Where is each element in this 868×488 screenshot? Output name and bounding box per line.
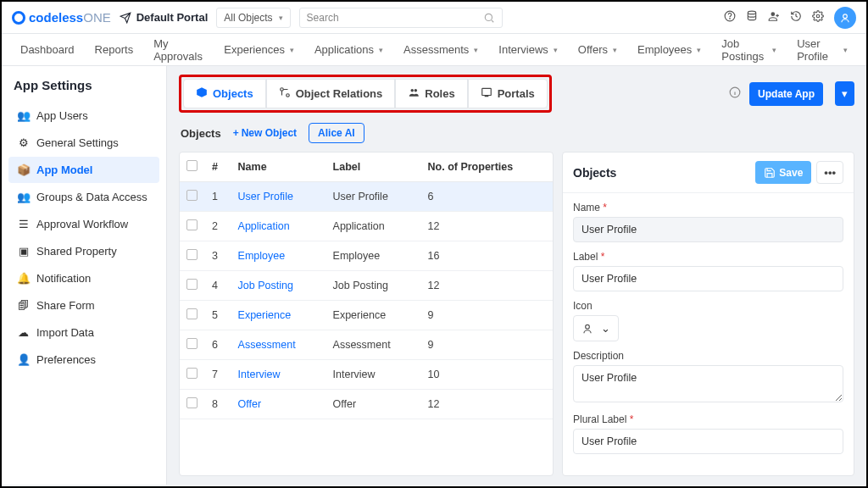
svg-point-10 [415, 89, 418, 92]
top-bar: codelessONE Default Portal All Objects S… [2, 2, 866, 34]
tab-roles[interactable]: Roles [395, 79, 467, 108]
nav-assessments[interactable]: Assessments [395, 38, 487, 61]
sidebar-item-preferences[interactable]: 👤Preferences [8, 347, 159, 373]
table-row[interactable]: 1User ProfileUser Profile6 [180, 182, 553, 212]
object-name-link[interactable]: Offer [231, 390, 326, 419]
row-checkbox[interactable] [186, 368, 198, 379]
row-checkbox[interactable] [186, 308, 198, 319]
portal-selector[interactable]: Default Portal [120, 11, 209, 24]
row-checkbox[interactable] [186, 279, 198, 290]
save-button[interactable]: Save [755, 161, 811, 184]
nav-interviews[interactable]: Interviews [490, 38, 566, 61]
table-row[interactable]: 3EmployeeEmployee16 [180, 241, 553, 271]
select-all-checkbox[interactable] [186, 160, 198, 171]
nav-employees[interactable]: Employees [629, 38, 709, 61]
detail-title: Objects [573, 166, 616, 180]
history-icon[interactable] [790, 10, 802, 25]
sidebar-item-import-data[interactable]: ☁Import Data [8, 319, 159, 346]
plural-label-field[interactable]: User Profile [573, 429, 843, 454]
object-name-link[interactable]: User Profile [231, 182, 326, 212]
tab-objects[interactable]: Objects [183, 79, 266, 108]
sidebar-icon: 📦 [17, 164, 30, 176]
table-row[interactable]: 6AssessmentAssessment9 [180, 330, 553, 360]
nav-experiences[interactable]: Experiences [215, 38, 303, 61]
tab-icon [196, 86, 208, 101]
sidebar-item-approval-workflow[interactable]: ☰Approval Workflow [8, 211, 159, 237]
new-object-button[interactable]: + New Object [233, 127, 297, 139]
sidebar-item-app-model[interactable]: 📦App Model [8, 157, 159, 183]
update-app-button[interactable]: Update App [749, 82, 823, 106]
row-checkbox[interactable] [186, 397, 198, 408]
description-field[interactable]: User Profile [573, 365, 843, 402]
more-actions-button[interactable]: ••• [816, 161, 843, 184]
nav-reports[interactable]: Reports [86, 38, 142, 61]
panels: #NameLabelNo. of Properties 1User Profil… [179, 152, 854, 476]
brand-logo[interactable]: codelessONE [12, 10, 111, 25]
sidebar-item-groups-data-access[interactable]: 👥Groups & Data Access [8, 184, 159, 210]
icon-selector[interactable]: ⌄ [573, 315, 619, 341]
table-row[interactable]: 2ApplicationApplication12 [180, 212, 553, 241]
tab-icon [408, 86, 420, 101]
row-checkbox[interactable] [186, 338, 198, 349]
update-app-caret[interactable]: ▾ [835, 81, 854, 106]
main-nav: DashboardReportsMy ApprovalsExperiencesA… [2, 34, 866, 66]
sidebar-item-label: Share Form [36, 299, 95, 312]
sidebar-icon: ☁ [17, 326, 30, 339]
col-no-of-properties[interactable]: No. of Properties [421, 152, 553, 182]
nav-offers[interactable]: Offers [570, 38, 626, 61]
nav-applications[interactable]: Applications [306, 38, 392, 61]
brand-name-b: ONE [83, 10, 111, 25]
col-name[interactable]: Name [231, 152, 326, 182]
sub-crumb-row: Objects + New Object Alice AI [179, 118, 854, 152]
object-filter-dropdown[interactable]: All Objects [216, 8, 290, 28]
row-checkbox[interactable] [186, 219, 198, 230]
brand-mark-icon [12, 11, 25, 25]
sidebar-item-notification[interactable]: 🔔Notification [8, 265, 159, 291]
col--[interactable]: # [205, 152, 231, 182]
object-name-link[interactable]: Application [231, 212, 326, 241]
table-row[interactable]: 7InterviewInterview10 [180, 360, 553, 390]
svg-point-6 [843, 14, 848, 18]
sidebar-item-app-users[interactable]: 👥App Users [8, 103, 159, 129]
table-row[interactable]: 8OfferOffer12 [180, 390, 553, 419]
sidebar-item-label: App Users [36, 109, 88, 122]
svg-point-5 [816, 14, 820, 18]
tab-icon [481, 86, 492, 101]
nav-my-approvals[interactable]: My Approvals [145, 32, 212, 68]
name-field[interactable]: User Profile [573, 217, 843, 242]
object-name-link[interactable]: Experience [231, 301, 326, 330]
sidebar-title: App Settings [8, 78, 159, 103]
search-input[interactable]: Search [299, 8, 503, 28]
tab-icon [279, 86, 291, 101]
sidebar-item-share-form[interactable]: 🗐Share Form [8, 292, 159, 319]
alice-ai-button[interactable]: Alice AI [309, 123, 364, 143]
nav-user-profile[interactable]: User Profile [788, 32, 856, 68]
sidebar-item-shared-property[interactable]: ▣Shared Property [8, 238, 159, 264]
detail-form: Name * User Profile Label * User Profile… [563, 193, 854, 463]
database-icon[interactable] [746, 10, 758, 25]
col-label[interactable]: Label [326, 152, 421, 182]
sidebar-icon: 👤 [17, 353, 30, 366]
brand-name-a: codeless [29, 10, 83, 25]
tab-object-relations[interactable]: Object Relations [266, 79, 396, 108]
object-name-link[interactable]: Interview [231, 360, 326, 390]
user-add-icon[interactable] [768, 10, 780, 25]
row-checkbox[interactable] [186, 190, 198, 201]
object-name-link[interactable]: Job Posting [231, 271, 326, 301]
nav-dashboard[interactable]: Dashboard [12, 38, 83, 61]
help-icon[interactable] [724, 10, 736, 25]
nav-job-postings[interactable]: Job Postings [713, 32, 785, 68]
table-row[interactable]: 5ExperienceExperience9 [180, 301, 553, 330]
objects-crumb[interactable]: Objects [181, 127, 221, 140]
settings-icon[interactable] [812, 10, 824, 25]
info-icon[interactable] [729, 86, 741, 101]
tab-portals[interactable]: Portals [468, 79, 548, 108]
user-avatar[interactable] [834, 7, 856, 29]
table-row[interactable]: 4Job PostingJob Posting12 [180, 271, 553, 301]
update-actions: Update App▾ [729, 81, 854, 106]
object-name-link[interactable]: Assessment [231, 330, 326, 360]
row-checkbox[interactable] [186, 249, 198, 260]
object-name-link[interactable]: Employee [231, 241, 326, 271]
label-field[interactable]: User Profile [573, 266, 843, 291]
sidebar-item-general-settings[interactable]: ⚙General Settings [8, 130, 159, 156]
